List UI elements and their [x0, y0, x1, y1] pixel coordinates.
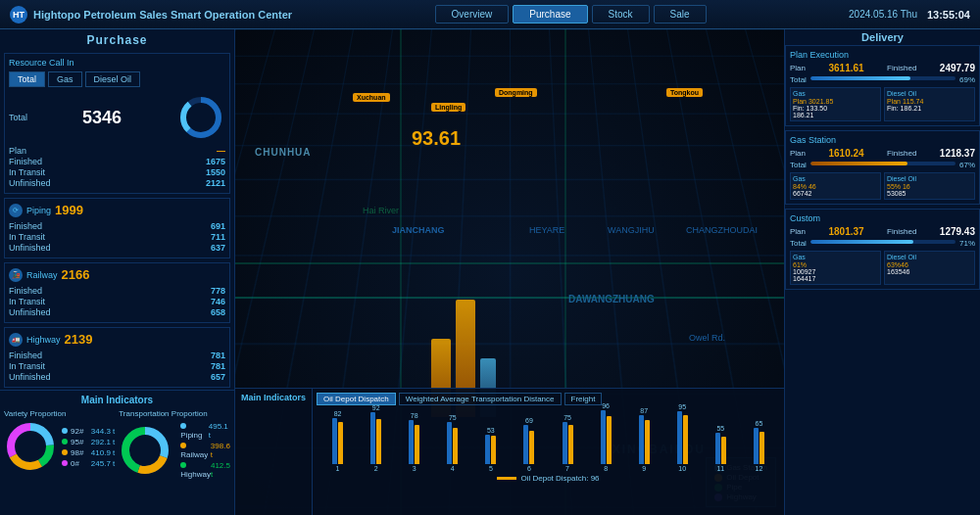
legend-text: Oil Depot Dispatch: 96	[520, 474, 599, 483]
bar-blue	[409, 420, 414, 464]
custom-progress-bar	[810, 240, 956, 244]
total-unfinished-row: Unfinished 2121	[9, 178, 225, 188]
bar-group-3: 78 3	[397, 412, 431, 472]
gas-plan-label: Plan	[790, 149, 806, 158]
railway-plan: 2166	[62, 267, 90, 282]
marker-dongming: Dongming	[495, 88, 537, 97]
gas-progress-fill	[810, 162, 907, 165]
highway-section: 🚛 Highway 2139 Finished 781 In Transit 7…	[4, 327, 230, 388]
transport-railway: Railway 398.6 t	[180, 442, 230, 459]
piping-unfinished-row: Unfinished 637	[9, 243, 225, 253]
railway-unfinished-row: Unfinished 658	[9, 307, 225, 317]
bar-orange	[568, 425, 573, 464]
total-unfinished: 2121	[206, 178, 225, 188]
logo: HT Hightopo Petroleum Sales Smart Operat…	[10, 6, 292, 23]
tab-diesel[interactable]: Diesel Oil	[85, 71, 141, 87]
total-transit-row: In Transit 1550	[9, 167, 225, 177]
chart-legend: Oil Depot Dispatch: 96	[317, 474, 780, 483]
bar-orange	[415, 425, 419, 464]
railway-finished-row: Finished 778	[9, 286, 225, 296]
variety-proportion: Variety Proportion 92# 344.3	[4, 409, 115, 497]
bar-group-7: 75 7	[550, 414, 584, 472]
region-dawang: DAWANGZHUANG	[568, 294, 655, 304]
logo-icon: HT	[10, 6, 27, 23]
piping-plan: 1999	[55, 203, 83, 217]
bar-orange	[760, 432, 764, 464]
bar-orange	[376, 419, 381, 464]
left-bottom: Main Indicators Variety Proportion	[0, 390, 234, 515]
tab-total[interactable]: Total	[9, 71, 45, 87]
nav-purchase[interactable]: Purchase	[513, 5, 587, 23]
total-transit: 1550	[206, 167, 225, 177]
piping-unfinished: 637	[211, 243, 225, 253]
center-map: Xuchuan Lingling Dongming Tongkou 93.61 …	[235, 29, 784, 515]
custom-exec-row: Plan 1801.37 Finished 1279.43	[790, 226, 975, 237]
finished-label: Finished	[887, 64, 916, 72]
tab-gas[interactable]: Gas	[48, 71, 82, 87]
gas-mini-cards: Gas 84% 46 66742 Diesel Oil 55% 16 53085	[790, 172, 975, 200]
transport-highway: Highway 412.5 t	[180, 461, 230, 479]
nav-stock[interactable]: Stock	[592, 5, 650, 23]
highway-label: Highway	[26, 335, 61, 345]
marker-xuchuan: Xuchuan	[353, 93, 390, 102]
railway-finished: 778	[211, 286, 225, 296]
bar-group-6: 69 6	[512, 417, 546, 472]
transport-proportion: Transportation Proportion Piping 495.1 t	[119, 409, 230, 497]
transport-prop-content: Piping 495.1 t Railway 398.6 t Highway 4…	[119, 420, 230, 481]
custom-plan-label: Plan	[790, 227, 806, 236]
total-value: 5346	[82, 108, 122, 128]
bar-orange	[491, 436, 496, 464]
custom-section: Custom Plan 1801.37 Finished 1279.43 Tot…	[785, 209, 980, 290]
railway-unfinished: 658	[211, 307, 225, 317]
transport-labels: Piping 495.1 t Railway 398.6 t Highway 4…	[180, 420, 230, 481]
top-bar: HT Hightopo Petroleum Sales Smart Operat…	[0, 0, 980, 29]
road-h2	[235, 262, 784, 264]
bar-orange	[645, 420, 650, 464]
variety-item-95: 95# 292.1 t	[62, 438, 115, 446]
region-jianch: JIANCHANG	[392, 225, 445, 235]
variety-donut	[4, 420, 58, 474]
tab-weighted[interactable]: Weighted Average Transportation Distance	[399, 393, 562, 405]
nav-sale[interactable]: Sale	[654, 5, 707, 23]
gas-total-label: Total	[790, 161, 807, 169]
highway-unfinished: 657	[211, 372, 225, 382]
bar-blue	[447, 422, 452, 464]
transport-donut	[119, 424, 172, 478]
total-bar-label: Total	[790, 75, 807, 84]
piping-finished-row: Finished 691	[9, 221, 225, 231]
total-progress-fill	[810, 76, 910, 80]
total-pct: 69%	[959, 75, 975, 84]
bar-group-2: 92 2	[359, 404, 393, 472]
railway-label: Railway	[26, 270, 58, 280]
variety-labels: 92# 344.3 t 95# 292.1 t 98# 410.9 t	[62, 425, 115, 470]
piping-finished: 691	[211, 221, 225, 231]
total-plan-row: Plan —	[9, 146, 225, 156]
highway-transit: 781	[211, 361, 225, 371]
custom-finished-value: 1279.43	[940, 226, 975, 237]
gas-progress-bar	[810, 162, 956, 165]
gas-finished-value: 1218.37	[940, 148, 975, 159]
gas-mini-card-gas: Gas 84% 46 66742	[790, 172, 881, 200]
region-owel: Owel Rd.	[689, 333, 725, 343]
nav-overview[interactable]: Overview	[435, 5, 510, 23]
custom-plan-value: 1801.37	[828, 226, 863, 237]
river-label: Hai River	[363, 206, 399, 215]
variety-item-92: 92# 344.3 t	[62, 427, 115, 436]
bar-blue	[563, 422, 567, 464]
resource-tabs: Total Gas Diesel Oil	[9, 71, 225, 87]
custom-mini-card-diesel: Diesel Oil 63%46 163546	[884, 251, 975, 285]
custom-mini-card-gas: Gas 61% 100927 164417	[790, 251, 881, 285]
plan-value: 3611.61	[828, 63, 863, 73]
gas-bar-row: Total 67%	[790, 161, 975, 169]
custom-total-label: Total	[790, 239, 807, 248]
app-title: Hightopo Petroleum Sales Smart Operation…	[33, 9, 292, 21]
left-indicator-content: Variety Proportion 92# 344.3	[4, 409, 230, 497]
left-indicator-title: Main Indicators	[4, 395, 230, 405]
piping-transit: 711	[211, 232, 225, 242]
current-date: 2024.05.16 Thu	[849, 9, 917, 20]
piping-icon: ⟳	[9, 204, 23, 217]
total-donut	[176, 93, 225, 142]
bar-blue	[332, 418, 337, 464]
gas-station-header: Gas Station	[790, 135, 975, 145]
plan-label: Plan	[790, 64, 806, 72]
